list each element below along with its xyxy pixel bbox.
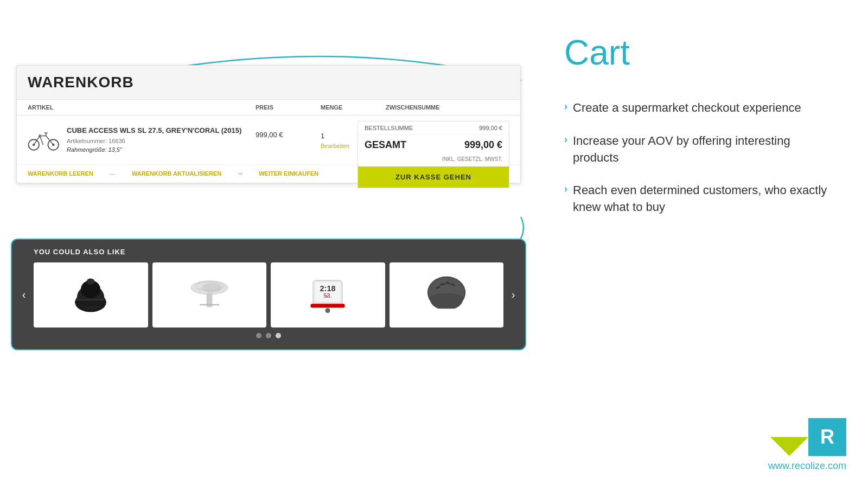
cart-mockup: WARENKORB ARTIKEL PREIS MENGE ZWISCHENSU…: [16, 65, 521, 183]
col-actions: [467, 104, 500, 111]
carousel-prev-button[interactable]: ‹: [17, 288, 30, 301]
svg-rect-33: [311, 304, 345, 307]
item-meta: Artikelnummer: 16636: [67, 138, 256, 144]
feature-list: › Create a supermarket checkout experien…: [564, 100, 835, 216]
carousel-dot-2[interactable]: [266, 333, 271, 338]
recolize-url[interactable]: www.recolize.com: [768, 460, 846, 472]
helmet-icon: [422, 271, 471, 319]
right-panel: Cart › Create a supermarket checkout exp…: [532, 0, 868, 488]
cart-content: CUBE ACCESS WLS SL 27.5, GREY'N'CORAL (2…: [17, 115, 520, 164]
col-preis: PREIS: [256, 104, 321, 111]
bell-icon: [66, 271, 115, 319]
item-info: CUBE ACCESS WLS SL 27.5, GREY'N'CORAL (2…: [28, 126, 256, 153]
cart-header: WARENKORB: [17, 66, 520, 100]
recolize-logo: R: [770, 418, 846, 456]
bullet-item-1: › Create a supermarket checkout experien…: [564, 100, 835, 117]
rec-product-4[interactable]: [390, 262, 504, 328]
rec-title: YOU COULD ALSO LIKE: [34, 248, 503, 256]
svg-point-38: [429, 293, 463, 305]
col-zwischensumme: ZWISCHENSUMME: [386, 104, 467, 111]
chevron-icon-1: ›: [564, 101, 567, 112]
col-menge: MENGE: [321, 104, 386, 111]
bike-icon: [28, 126, 60, 153]
summary-total-row: GESAMT 999,00 €: [358, 135, 509, 155]
logo-r-letter: R: [820, 426, 834, 448]
recommendations-carousel: YOU COULD ALSO LIKE: [11, 239, 526, 350]
item-details: CUBE ACCESS WLS SL 27.5, GREY'N'CORAL (2…: [67, 126, 256, 153]
bullet-text-3: Reach even determined customers, who exa…: [573, 182, 835, 216]
bullet-item-2: › Increase your AOV by offering interest…: [564, 133, 835, 166]
item-price: 999,00 €: [256, 126, 321, 139]
logo-triangle: [770, 437, 808, 456]
bullet-text-2: Increase your AOV by offering interestin…: [573, 133, 835, 166]
rec-product-3[interactable]: 2:18 53. 68: [271, 262, 385, 328]
col-artikel: ARTIKEL: [28, 104, 256, 111]
svg-text:2:18: 2:18: [320, 284, 336, 293]
rec-product-1[interactable]: [34, 262, 148, 328]
cart-summary-box: BESTELLSUMME 999,00 € GESAMT 999,00 € IN…: [358, 121, 509, 188]
update-cart-link[interactable]: WARENKORB AKTUALISIEREN: [132, 170, 221, 177]
page-title: Cart: [564, 33, 835, 73]
item-name: CUBE ACCESS WLS SL 27.5, GREY'N'CORAL (2…: [67, 126, 256, 136]
svg-line-6: [40, 136, 43, 145]
svg-text:68: 68: [324, 294, 329, 299]
computer-icon: 2:18 53. 68: [303, 271, 352, 319]
carousel-dot-1[interactable]: [256, 333, 261, 338]
bullet-item-3: › Reach even determined customers, who e…: [564, 182, 835, 216]
svg-point-34: [326, 308, 330, 313]
summary-order-row: BESTELLSUMME 999,00 €: [358, 121, 509, 135]
cart-table-header: ARTIKEL PREIS MENGE ZWISCHENSUMME: [17, 100, 520, 115]
carousel-next-button[interactable]: ›: [507, 288, 520, 301]
rec-product-2[interactable]: [152, 262, 267, 328]
svg-point-21: [87, 278, 94, 284]
checkout-button[interactable]: ZUR KASSE GEHEN: [358, 166, 509, 188]
continue-shopping-link[interactable]: WEITER EINKAUFEN: [259, 170, 318, 177]
logo-square: R: [808, 418, 846, 456]
cart-title: WARENKORB: [28, 74, 134, 91]
item-frame: Rahmengröße: 13,5": [67, 146, 256, 153]
summary-tax: INKL. GESETZL. MWST.: [358, 155, 509, 166]
empty-cart-link[interactable]: WARENKORB LEEREN: [28, 170, 93, 177]
carousel-dots: [34, 333, 503, 338]
svg-point-25: [202, 283, 221, 293]
recolize-footer: R www.recolize.com: [768, 418, 846, 472]
carousel-dot-3[interactable]: [276, 333, 281, 338]
rec-products: 2:18 53. 68: [34, 262, 503, 328]
chevron-icon-3: ›: [564, 183, 567, 195]
saddle-icon: [185, 271, 234, 319]
bullet-text-1: Create a supermarket checkout experience: [573, 100, 801, 117]
chevron-icon-2: ›: [564, 134, 567, 145]
